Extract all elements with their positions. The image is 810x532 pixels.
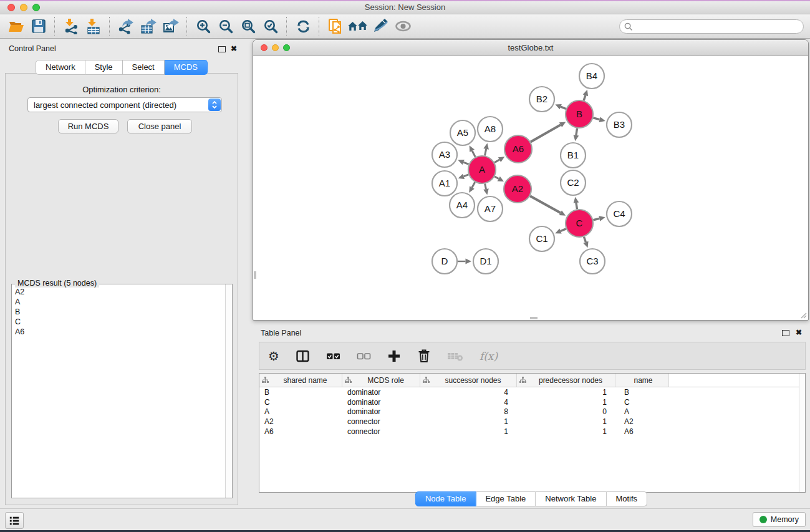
tab-network[interactable]: Network [36, 60, 85, 75]
show-hide-graphics-button[interactable] [392, 16, 414, 36]
result-item[interactable]: A2 [12, 287, 225, 297]
column-header-label: shared name [269, 376, 342, 385]
column-header-predecessor-nodes[interactable]: predecessor nodes [517, 374, 615, 387]
function-builder-button[interactable]: f(x) [480, 350, 498, 362]
graph-node-label: A2 [512, 183, 523, 194]
criterion-dropdown[interactable]: largest connected component (directed) [27, 97, 222, 112]
open-file-button[interactable] [5, 16, 27, 36]
hide-labels-icon [372, 18, 388, 34]
graph-node-label: D1 [480, 256, 491, 266]
network-canvas[interactable]: B4B2BB3B1C2A5A8A6A3AA1A4A7A2CC4C1C3DD1 [254, 56, 808, 319]
home-icon [347, 19, 369, 34]
column-header-successor-nodes[interactable]: successor nodes [420, 374, 517, 387]
column-header-shared-name[interactable]: shared name [259, 374, 342, 387]
result-item[interactable]: C [12, 317, 225, 327]
column-type-icon [519, 377, 526, 384]
table-cell: 1 [420, 427, 517, 436]
search-input[interactable] [633, 22, 803, 31]
zoom-fit-icon [241, 19, 256, 34]
column-header-mcds-role[interactable]: MCDS role [342, 374, 420, 387]
create-column-button[interactable] [387, 349, 401, 363]
network-window-title: testGlobe.txt [253, 43, 808, 52]
zoom-in-button[interactable] [192, 16, 215, 36]
application-window: Session: New Session [0, 0, 810, 532]
table-scrollbar[interactable] [799, 374, 805, 492]
first-neighbors-button[interactable] [347, 16, 369, 36]
memory-button[interactable]: Memory [753, 512, 806, 527]
graph-edge [485, 184, 486, 190]
result-list-scrollbar[interactable] [225, 284, 232, 498]
refresh-button[interactable] [292, 16, 314, 36]
table-row[interactable]: Bdominator41B [259, 387, 805, 397]
export-table-icon [140, 18, 157, 34]
graph-edge [561, 107, 566, 109]
show-panels-list-button[interactable] [5, 512, 24, 529]
columns-icon [296, 349, 310, 363]
table-row[interactable]: A2connector11A2 [259, 417, 805, 427]
tab-select[interactable]: Select [123, 60, 165, 75]
delete-table-button[interactable] [447, 350, 463, 362]
delete-column-button[interactable] [417, 349, 431, 363]
result-item[interactable]: B [12, 307, 225, 317]
criterion-dropdown-value: largest connected component (directed) [28, 100, 208, 110]
canvas-vertical-scroll-thumb[interactable] [254, 271, 256, 279]
new-network-from-selection-button[interactable] [324, 16, 347, 36]
plus-icon [387, 349, 401, 363]
table-float-panel-icon[interactable] [782, 330, 789, 336]
export-image-button[interactable] [160, 16, 182, 36]
float-panel-icon[interactable] [218, 46, 226, 52]
select-all-rows-button[interactable] [326, 349, 340, 363]
result-item[interactable]: A [12, 297, 225, 307]
resize-grip-icon[interactable] [799, 311, 807, 319]
table-row[interactable]: Cdominator41C [259, 397, 805, 407]
table-close-panel-icon[interactable]: ✖ [796, 329, 802, 336]
table-header-row: shared nameMCDS rolesuccessor nodesprede… [259, 374, 805, 387]
graph-edge [472, 182, 475, 188]
zoom-selected-button[interactable] [259, 16, 282, 36]
zoom-fit-button[interactable] [237, 16, 259, 36]
graph-edge-arrowhead [466, 259, 472, 264]
graph-node-label: A6 [513, 143, 524, 154]
tab-style[interactable]: Style [85, 60, 123, 75]
close-panel-icon[interactable]: ✖ [231, 46, 237, 52]
tab-mcds[interactable]: MCDS [165, 60, 208, 75]
graph-node-label: B4 [586, 70, 597, 81]
graph-edge-arrowhead [574, 197, 579, 203]
save-session-button[interactable] [27, 16, 50, 36]
import-network-icon [63, 18, 79, 34]
column-visibility-button[interactable] [296, 349, 310, 363]
run-mcds-button[interactable]: Run MCDS [58, 119, 118, 133]
network-window-titlebar: testGlobe.txt [253, 40, 808, 56]
zoom-out-button[interactable] [215, 16, 237, 36]
memory-label: Memory [771, 515, 799, 524]
export-network-button[interactable] [115, 16, 137, 36]
export-table-button[interactable] [137, 16, 160, 36]
close-panel-button[interactable]: Close panel [127, 119, 192, 133]
hide-labels-button[interactable] [369, 16, 392, 36]
node-table: shared nameMCDS rolesuccessor nodesprede… [259, 373, 806, 493]
graph-node-label: A4 [456, 200, 468, 210]
tab-network-table[interactable]: Network Table [536, 491, 606, 506]
tab-motifs[interactable]: Motifs [606, 491, 647, 506]
canvas-horizontal-scroll-thumb[interactable] [530, 317, 538, 319]
graph-edge-arrowhead [583, 90, 588, 96]
search-field[interactable] [619, 19, 804, 34]
tab-node-table[interactable]: Node Table [415, 491, 476, 506]
table-row[interactable]: Adominator80A [259, 407, 805, 417]
table-row[interactable]: A6connector11A6 [259, 427, 805, 437]
table-cell: 1 [517, 427, 615, 436]
mcds-result-group: MCDS result (5 nodes) A2ABCA6 [11, 284, 233, 498]
deselect-all-rows-button[interactable] [357, 349, 371, 363]
table-cell: dominator [342, 388, 420, 397]
column-header-name[interactable]: name [615, 374, 669, 387]
table-settings-button[interactable]: ⚙ [268, 350, 279, 362]
graph-node-label: B [576, 109, 582, 119]
import-table-button[interactable] [82, 16, 105, 36]
toolbar-separator [186, 17, 188, 36]
result-item[interactable]: A6 [12, 327, 225, 337]
import-network-button[interactable] [60, 16, 82, 36]
table-cell: 0 [517, 407, 615, 416]
table-cell: dominator [342, 398, 420, 407]
tab-edge-table[interactable]: Edge Table [476, 491, 536, 506]
table-cell: A6 [259, 427, 342, 436]
